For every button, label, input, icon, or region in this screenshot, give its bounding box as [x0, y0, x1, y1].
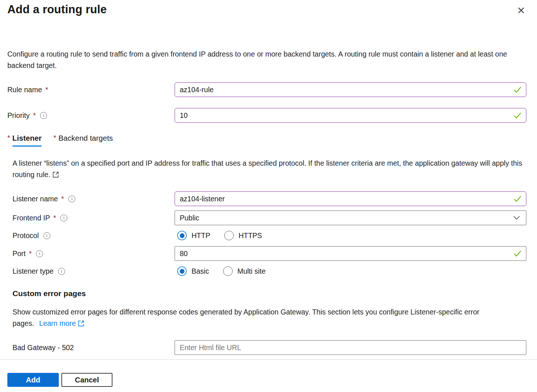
protocol-row: Protocol i HTTP HTTPS	[12, 230, 526, 241]
protocol-label: Protocol	[12, 231, 39, 240]
dialog-content: Add a routing rule ✕ Configure a routing…	[0, 0, 537, 359]
tab-backend-targets[interactable]: * Backend targets	[53, 134, 113, 147]
external-link-icon[interactable]	[78, 320, 84, 327]
required-asterisk: *	[53, 214, 56, 222]
info-icon[interactable]: i	[58, 268, 65, 275]
tab-listener-label: Listener	[12, 134, 42, 147]
radio-unselected-icon	[224, 231, 234, 240]
info-icon[interactable]: i	[36, 250, 43, 257]
listener-type-row: Listener type i Basic Multi site	[12, 266, 526, 277]
valid-check-icon	[513, 250, 522, 257]
bad-gateway-label: Bad Gateway - 502	[12, 344, 74, 352]
rule-name-label: Rule name	[7, 86, 42, 94]
custom-error-pages-heading: Custom error pages	[12, 289, 526, 298]
frontend-ip-row: Frontend IP * i Public	[12, 211, 526, 225]
rule-name-input[interactable]	[175, 82, 526, 97]
valid-check-icon	[513, 195, 522, 202]
protocol-radio-group: HTTP HTTPS	[175, 231, 526, 240]
rule-name-row: Rule name *	[7, 82, 526, 97]
radio-selected-icon	[177, 266, 187, 276]
protocol-http-label: HTTP	[191, 231, 210, 240]
info-icon[interactable]: i	[43, 232, 50, 239]
listener-description: A listener “listens” on a specified port…	[12, 158, 524, 180]
listener-type-radio-group: Basic Multi site	[175, 266, 526, 276]
frontend-ip-select[interactable]: Public	[175, 211, 526, 225]
bad-gateway-url-input[interactable]	[175, 340, 526, 355]
page-title: Add a routing rule	[7, 3, 526, 16]
radio-unselected-icon	[223, 266, 233, 276]
cancel-button[interactable]: Cancel	[61, 373, 112, 387]
listener-type-label: Listener type	[12, 267, 54, 276]
info-icon[interactable]: i	[68, 195, 75, 202]
required-asterisk: *	[7, 134, 10, 147]
listener-type-multi-site-label: Multi site	[237, 267, 266, 276]
bad-gateway-row: Bad Gateway - 502	[12, 340, 526, 355]
add-button[interactable]: Add	[7, 373, 59, 387]
listener-name-label: Listener name	[12, 195, 58, 203]
tab-listener[interactable]: * Listener	[7, 134, 42, 147]
valid-check-icon	[513, 86, 522, 93]
protocol-https-option[interactable]: HTTPS	[224, 231, 262, 240]
listener-type-basic-label: Basic	[191, 267, 209, 276]
port-row: Port * i	[12, 246, 526, 261]
listener-section: Listener name * i Frontend IP * i Public	[12, 191, 526, 277]
port-input[interactable]	[175, 246, 526, 261]
frontend-ip-selected-value: Public	[180, 214, 199, 222]
close-icon[interactable]: ✕	[517, 6, 525, 16]
external-link-icon[interactable]	[53, 172, 59, 178]
tab-bar: * Listener * Backend targets	[7, 134, 526, 147]
dialog-footer: Add Cancel	[0, 359, 537, 392]
priority-label: Priority	[7, 111, 30, 120]
custom-error-pages-description: Show customized error pages for differen…	[12, 306, 509, 329]
info-icon[interactable]: i	[40, 112, 47, 119]
listener-name-input[interactable]	[175, 191, 526, 206]
listener-type-basic-option[interactable]: Basic	[177, 266, 209, 276]
listener-name-row: Listener name * i	[12, 191, 526, 206]
protocol-http-option[interactable]: HTTP	[177, 231, 210, 240]
valid-check-icon	[513, 112, 522, 119]
priority-row: Priority * i	[7, 108, 526, 123]
required-asterisk: *	[61, 195, 64, 203]
protocol-https-label: HTTPS	[239, 231, 262, 240]
intro-text: Configure a routing rule to send traffic…	[7, 48, 514, 71]
chevron-down-icon	[513, 216, 520, 220]
required-asterisk: *	[45, 86, 48, 94]
radio-selected-icon	[177, 231, 187, 240]
port-label: Port	[12, 249, 26, 258]
listener-type-multi-site-option[interactable]: Multi site	[223, 266, 266, 276]
listener-description-text: A listener “listens” on a specified port…	[12, 159, 522, 179]
info-icon[interactable]: i	[60, 215, 67, 222]
required-asterisk: *	[33, 111, 36, 120]
required-asterisk: *	[53, 134, 56, 147]
priority-input[interactable]	[175, 108, 526, 123]
frontend-ip-label: Frontend IP	[12, 214, 50, 222]
learn-more-link[interactable]: Learn more	[39, 319, 76, 327]
required-asterisk: *	[29, 249, 32, 258]
tab-backend-targets-label: Backend targets	[58, 134, 113, 147]
